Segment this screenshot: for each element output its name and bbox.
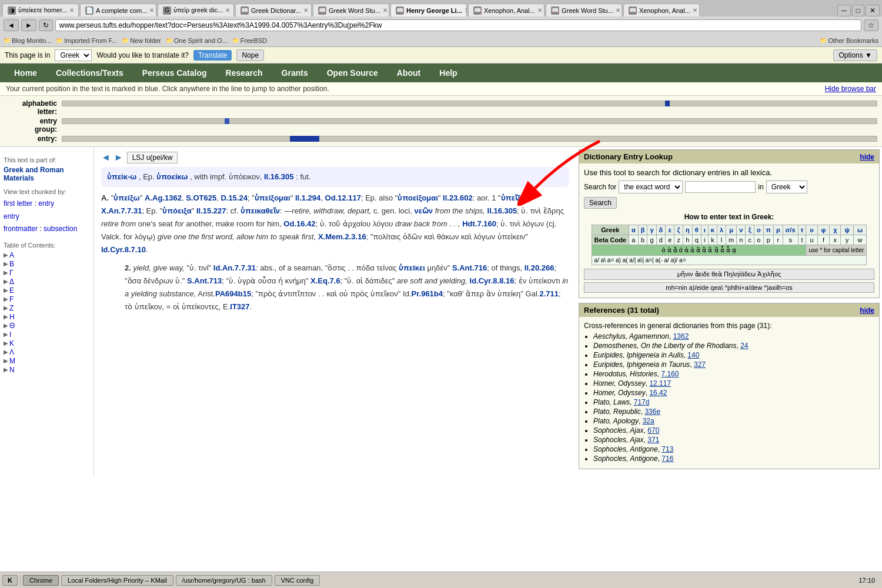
- part-of-link[interactable]: Greek and Roman Materials: [4, 166, 90, 182]
- ref-eit[interactable]: IT327: [230, 302, 249, 311]
- ref-link-11[interactable]: 371: [647, 436, 659, 444]
- ref-hdt7[interactable]: Hdt.7.160: [462, 219, 496, 228]
- toc-E[interactable]: ▶Ε: [4, 286, 90, 295]
- tab-0[interactable]: ◑ὑπείκετε homer...✕: [2, 4, 79, 16]
- ref-pr961[interactable]: Pr.961b4: [412, 289, 443, 298]
- maximize-button[interactable]: □: [852, 5, 864, 16]
- tab-6[interactable]: 📖Xenophon, Anal...✕: [468, 4, 544, 16]
- taskbar-kmail[interactable]: Local Folders/High Priority – KMail: [61, 575, 173, 586]
- toc-F[interactable]: ▶F: [4, 295, 90, 303]
- toc-Z[interactable]: ▶Ζ: [4, 304, 90, 312]
- tab-8[interactable]: 📖Xenophon, Anal...✕: [623, 4, 700, 16]
- tab-1[interactable]: 📄A complete com...✕: [80, 4, 156, 16]
- chunk-first-letter[interactable]: first letter: [4, 199, 32, 208]
- ref-link-13[interactable]: 716: [662, 455, 673, 463]
- ref-xeq[interactable]: X.Eq.7.6: [310, 276, 340, 285]
- bookmark-other[interactable]: Other Bookmarks: [820, 37, 878, 44]
- pos-track-1[interactable]: [62, 117, 877, 125]
- toc-L[interactable]: ▶Λ: [4, 348, 90, 356]
- reload-button[interactable]: ↻: [39, 19, 53, 31]
- toc-D[interactable]: ▶Δ: [4, 278, 90, 286]
- ref-idcyr[interactable]: Id.Cyr.8.7.10: [101, 245, 146, 254]
- bookmark-one-spirit[interactable]: One Spirit and O...: [166, 37, 228, 44]
- pos-track-2[interactable]: [62, 135, 877, 143]
- ref-link-4[interactable]: 7.160: [661, 370, 679, 378]
- ref-link-8[interactable]: 336e: [644, 407, 660, 416]
- ref-link-10[interactable]: 670: [647, 426, 659, 435]
- ref-od16[interactable]: Od.16.42: [283, 219, 315, 228]
- ref-idan[interactable]: Id.An.7.7.31: [213, 263, 256, 272]
- nav-collections[interactable]: Collections/Texts: [46, 65, 133, 81]
- toc-M[interactable]: ▶Μ: [4, 357, 90, 365]
- toc-K[interactable]: ▶Κ: [4, 339, 90, 348]
- toc-A[interactable]: ▶A: [4, 251, 90, 259]
- language-select[interactable]: Greek: [55, 49, 92, 61]
- ref-il16[interactable]: Il.16.305: [487, 206, 517, 215]
- ref-sot[interactable]: S.OT625: [186, 193, 216, 202]
- ref-link-7[interactable]: 717d: [634, 398, 650, 406]
- ref-il1[interactable]: Il.1.294: [295, 193, 320, 202]
- bookmark-imported[interactable]: Imported From F...: [56, 37, 117, 44]
- ref-link-5[interactable]: 12.117: [649, 379, 671, 387]
- bookmark-blog[interactable]: Blog Monito...: [4, 37, 51, 44]
- ref-il15[interactable]: Il.15.227: [196, 206, 226, 215]
- chunk-subsection[interactable]: subsection: [44, 225, 77, 233]
- nav-about[interactable]: About: [387, 65, 430, 81]
- ref-neon[interactable]: νεῶν: [414, 206, 433, 215]
- nav-open-source[interactable]: Open Source: [318, 65, 387, 81]
- chunk-entry-1[interactable]: entry: [38, 199, 54, 208]
- ref-od12[interactable]: Od.12.117: [325, 193, 361, 202]
- entry-il-ref[interactable]: Il.16.305: [264, 172, 294, 181]
- entry-ep-form[interactable]: ὑποείκω: [156, 172, 188, 181]
- chunk-entry-2[interactable]: entry: [4, 212, 19, 220]
- entry-heading[interactable]: ὑπείκ-ω: [107, 172, 136, 181]
- tab-3[interactable]: 📖Greek Dictionar...✕: [235, 4, 312, 16]
- toc-Th[interactable]: ▶Θ: [4, 322, 90, 330]
- tab-2[interactable]: Gὑπείρ greek dic...✕: [158, 4, 234, 16]
- nav-catalog[interactable]: Perseus Catalog: [133, 65, 216, 81]
- ref-upoeiksomai[interactable]: ὑποείξομαι: [397, 193, 437, 202]
- ref-link-3[interactable]: 327: [694, 360, 706, 369]
- toc-B[interactable]: ▶B: [4, 260, 90, 268]
- ref-il20[interactable]: Il.20.266: [524, 263, 554, 272]
- ref-gal2[interactable]: 2.711: [539, 289, 559, 298]
- ref-link-6[interactable]: 16.42: [649, 389, 667, 397]
- nav-home[interactable]: Home: [5, 65, 46, 81]
- next-entry-arrow[interactable]: ►: [114, 152, 123, 163]
- ref-upeixa[interactable]: ὑπεῖξα: [501, 193, 526, 202]
- language-select-dict[interactable]: Greek Latin English: [766, 181, 807, 193]
- ref-idcyr8[interactable]: Id.Cyr.8.8.16: [470, 276, 514, 285]
- dictionary-hide-link[interactable]: hide: [860, 153, 874, 161]
- taskbar-vnc[interactable]: VNC config: [275, 575, 320, 586]
- nav-research[interactable]: Research: [216, 65, 272, 81]
- minimize-button[interactable]: ─: [837, 5, 851, 16]
- hide-browse-link[interactable]: Hide browse bar: [825, 85, 876, 93]
- toc-G[interactable]: ▶Γ: [4, 269, 90, 277]
- ref-link-2[interactable]: 140: [687, 351, 699, 359]
- ref-link-0[interactable]: 1362: [673, 332, 689, 340]
- ref-aag[interactable]: A.Ag.1362: [145, 193, 182, 202]
- ref-upeiksomai[interactable]: ὑπείξομαι: [255, 193, 290, 202]
- tab-4[interactable]: 📖Greek Word Stu...✕: [313, 4, 389, 16]
- nav-help[interactable]: Help: [430, 65, 466, 81]
- ref-xan[interactable]: X.An.7.7.31: [101, 206, 142, 215]
- taskbar-start-button[interactable]: K: [2, 575, 18, 586]
- translate-button[interactable]: Translate: [193, 50, 232, 61]
- nav-grants[interactable]: Grants: [272, 65, 318, 81]
- pos-track-0[interactable]: [62, 99, 877, 108]
- ref-upoeixa[interactable]: ὑπόειξα: [162, 206, 191, 215]
- back-button[interactable]: ◄: [4, 19, 19, 31]
- ref-sant713[interactable]: S.Ant.713: [187, 276, 222, 285]
- address-bar[interactable]: [55, 19, 861, 31]
- references-hide-link[interactable]: hide: [860, 306, 874, 315]
- ref-xmem[interactable]: X.Mem.2.3.16: [318, 232, 366, 241]
- search-button[interactable]: Search: [584, 197, 617, 209]
- ref-link-12[interactable]: 713: [662, 445, 673, 453]
- chunk-frontmatter[interactable]: frontmatter: [4, 225, 38, 233]
- tab-7[interactable]: 📖Greek Word Stu...✕: [546, 4, 622, 16]
- ref-sant[interactable]: S.Ant.716: [452, 263, 487, 272]
- ref-d15[interactable]: D.15.24: [220, 193, 248, 202]
- search-type-select[interactable]: the exact word beginning with containing: [619, 181, 683, 193]
- nope-button[interactable]: Nope: [236, 49, 264, 61]
- search-text-input[interactable]: [685, 181, 756, 193]
